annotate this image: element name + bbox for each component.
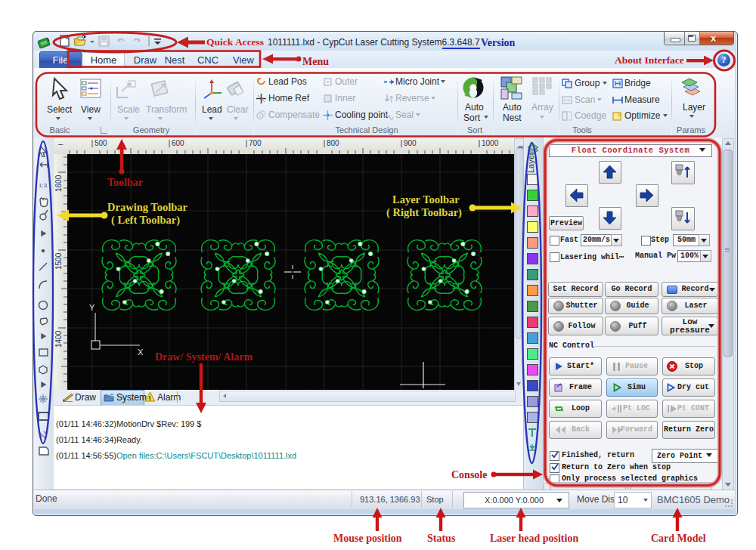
svg-text:1600: 1600: [54, 175, 63, 192]
svg-text:1400: 1400: [54, 330, 63, 348]
svg-text:900: 900: [404, 139, 417, 147]
svg-text:1:3: 1:3: [39, 182, 48, 189]
svg-text:X: X: [138, 348, 144, 357]
svg-text:800: 800: [327, 139, 339, 147]
svg-text:Y: Y: [89, 303, 95, 312]
svg-text:500: 500: [94, 139, 107, 147]
svg-text:600: 600: [172, 139, 184, 147]
svg-text:1500: 1500: [54, 252, 63, 270]
svg-text:!: !: [149, 394, 151, 402]
svg-text:700: 700: [249, 139, 262, 147]
svg-text:1000: 1000: [482, 139, 499, 147]
svg-text:Layer: Layer: [526, 152, 535, 173]
